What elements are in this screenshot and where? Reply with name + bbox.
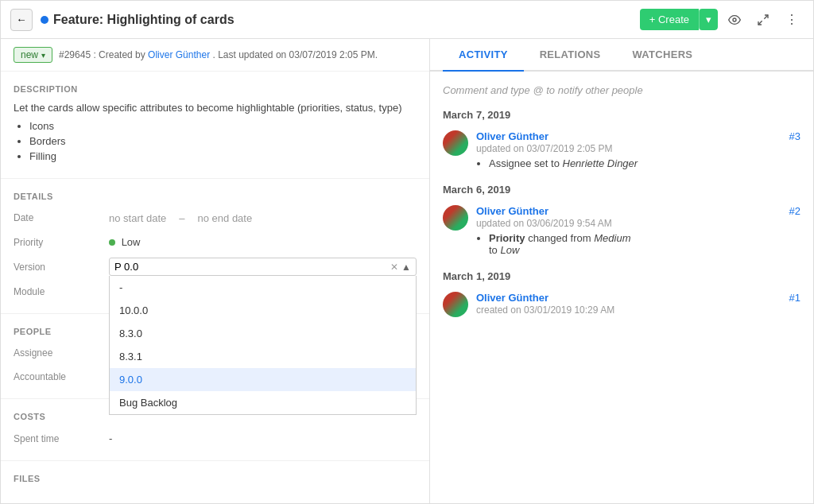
svg-point-0 bbox=[733, 18, 736, 21]
status-label: new bbox=[21, 49, 38, 60]
activity-user: Oliver Günther bbox=[476, 205, 548, 217]
details-title: DETAILS bbox=[14, 192, 417, 201]
activity-date-march1: March 1, 2019 bbox=[443, 270, 800, 282]
files-section: FILES bbox=[1, 461, 429, 503]
version-dropdown-arrow-icon[interactable]: ▲ bbox=[401, 262, 411, 273]
eye-icon-button[interactable] bbox=[723, 8, 746, 32]
activity-user-group: Oliver Günther updated on 03/06/2019 9:5… bbox=[476, 205, 612, 229]
activity-item: Oliver Günther updated on 03/07/2019 2:0… bbox=[443, 130, 800, 171]
list-item: Borders bbox=[29, 135, 417, 147]
avatar bbox=[443, 205, 468, 231]
details-grid: Date no start date – no end date Priorit… bbox=[14, 209, 417, 300]
description-text: Let the cards allow specific attributes … bbox=[14, 102, 417, 114]
activity-user: Oliver Günther bbox=[476, 130, 548, 142]
left-panel: new ▾ #29645 : Created by Oliver Günther… bbox=[1, 39, 430, 503]
priority-dot-icon bbox=[109, 239, 115, 246]
svg-line-1 bbox=[764, 15, 768, 19]
status-dropdown-icon: ▾ bbox=[41, 51, 45, 60]
create-dropdown-button[interactable]: ▾ bbox=[699, 9, 718, 30]
activity-header: Oliver Günther updated on 03/06/2019 9:5… bbox=[476, 205, 800, 229]
activity-change: Assignee set to Henriette Dinger bbox=[476, 157, 800, 169]
date-separator: – bbox=[179, 212, 184, 224]
activity-user-group: Oliver Günther updated on 03/07/2019 2:0… bbox=[476, 130, 612, 154]
avatar bbox=[443, 292, 468, 317]
files-title: FILES bbox=[14, 474, 417, 483]
description-title: DESCRIPTION bbox=[14, 84, 417, 94]
dropdown-item-selected[interactable]: 9.0.0 bbox=[110, 368, 416, 391]
dropdown-item[interactable]: Bug Backlog bbox=[110, 391, 416, 414]
spent-time-label: Spent time bbox=[14, 430, 109, 448]
meta-text: : Created by bbox=[93, 49, 148, 60]
activity-time: updated on 03/06/2019 9:54 AM bbox=[476, 218, 612, 229]
comment-hint: Comment and type @ to notify other peopl… bbox=[443, 84, 800, 96]
svg-line-2 bbox=[758, 21, 762, 25]
author-link[interactable]: Oliver Günther bbox=[148, 49, 210, 60]
tab-relations[interactable]: RELATIONS bbox=[524, 39, 617, 72]
date-label: Date bbox=[14, 209, 109, 227]
dropdown-item[interactable]: - bbox=[110, 276, 416, 299]
back-button[interactable]: ← bbox=[10, 9, 33, 31]
list-item: Filling bbox=[29, 150, 417, 162]
issue-id: #29645 bbox=[59, 49, 91, 60]
list-item: Icons bbox=[29, 120, 417, 132]
status-dot-icon bbox=[41, 16, 48, 24]
dropdown-item[interactable]: 8.3.1 bbox=[110, 345, 416, 368]
avatar bbox=[443, 130, 468, 156]
dropdown-item[interactable]: 8.3.0 bbox=[110, 322, 416, 345]
priority-text: Low bbox=[122, 236, 141, 248]
date-value: no start date – no end date bbox=[109, 212, 417, 224]
version-dropdown: - 10.0.0 8.3.0 8.3.1 9.0.0 Bug Backlog bbox=[109, 276, 417, 415]
app-container: ← Feature: Highlighting of cards + Creat… bbox=[0, 0, 814, 504]
date-start: no start date bbox=[109, 212, 166, 224]
activity-user: Oliver Günther bbox=[476, 292, 548, 304]
tab-activity[interactable]: ACTIVITY bbox=[443, 39, 524, 72]
tabs: ACTIVITY RELATIONS WATCHERS bbox=[430, 39, 813, 72]
tab-watchers[interactable]: WATCHERS bbox=[616, 39, 708, 72]
right-panel: ACTIVITY RELATIONS WATCHERS Comment and … bbox=[430, 39, 813, 503]
create-button-wrapper: + Create ▾ bbox=[640, 9, 718, 30]
activity-user-group: Oliver Günther created on 03/01/2019 10:… bbox=[476, 292, 614, 316]
date-end: no end date bbox=[198, 212, 253, 224]
activity-content: Oliver Günther created on 03/01/2019 10:… bbox=[476, 292, 800, 317]
version-clear-icon[interactable]: ✕ bbox=[390, 262, 398, 273]
create-button[interactable]: + Create bbox=[640, 9, 699, 30]
details-section: DETAILS Date no start date – no end date… bbox=[1, 179, 429, 314]
description-section: DESCRIPTION Let the cards allow specific… bbox=[1, 72, 429, 179]
change-item: Assignee set to Henriette Dinger bbox=[489, 157, 800, 169]
updated-text: . Last updated on 03/07/2019 2:05 PM. bbox=[212, 49, 378, 60]
dropdown-item[interactable]: 10.0.0 bbox=[110, 299, 416, 322]
header-title: Feature: Highlighting of cards bbox=[41, 13, 640, 27]
activity-date-march6: March 6, 2019 bbox=[443, 184, 800, 196]
activity-header: Oliver Günther updated on 03/07/2019 2:0… bbox=[476, 130, 800, 154]
activity-time: updated on 03/07/2019 2:05 PM bbox=[476, 143, 612, 154]
issue-meta: #29645 : Created by Oliver Günther . Las… bbox=[59, 49, 378, 60]
version-input-row: ✕ ▲ bbox=[109, 258, 417, 276]
header-actions: + Create ▾ ⋮ bbox=[640, 8, 804, 32]
activity-change: Priority changed from Mediumto Low bbox=[476, 232, 800, 256]
description-list: Icons Borders Filling bbox=[29, 120, 417, 162]
change-item: Priority changed from Mediumto Low bbox=[489, 232, 800, 256]
accountable-label: Accountable bbox=[14, 368, 109, 386]
assignee-label: Assignee bbox=[14, 344, 109, 362]
activity-item: Oliver Günther created on 03/01/2019 10:… bbox=[443, 292, 800, 317]
status-bar: new ▾ #29645 : Created by Oliver Günther… bbox=[1, 39, 429, 72]
activity-area: Comment and type @ to notify other peopl… bbox=[430, 72, 813, 503]
status-badge[interactable]: new ▾ bbox=[14, 47, 52, 63]
version-input[interactable] bbox=[114, 261, 390, 273]
costs-grid: Spent time - bbox=[14, 429, 417, 448]
activity-ref[interactable]: #3 bbox=[789, 130, 800, 142]
activity-item: Oliver Günther updated on 03/06/2019 9:5… bbox=[443, 205, 800, 258]
activity-time: created on 03/01/2019 10:29 AM bbox=[476, 304, 614, 316]
activity-ref[interactable]: #2 bbox=[789, 205, 800, 217]
activity-ref[interactable]: #1 bbox=[789, 292, 800, 304]
header: ← Feature: Highlighting of cards + Creat… bbox=[1, 1, 813, 39]
spent-time-value: - bbox=[109, 429, 417, 448]
activity-header: Oliver Günther created on 03/01/2019 10:… bbox=[476, 292, 800, 316]
expand-icon-button[interactable] bbox=[751, 8, 775, 32]
page-title: Feature: Highlighting of cards bbox=[53, 13, 235, 27]
priority-label: Priority bbox=[14, 234, 109, 251]
version-wrapper: ✕ ▲ - 10.0.0 8.3.0 8.3.1 9.0.0 Bug Backl… bbox=[109, 258, 417, 276]
priority-value: Low bbox=[109, 233, 417, 251]
more-options-button[interactable]: ⋮ bbox=[780, 8, 804, 32]
activity-content: Oliver Günther updated on 03/06/2019 9:5… bbox=[476, 205, 800, 258]
